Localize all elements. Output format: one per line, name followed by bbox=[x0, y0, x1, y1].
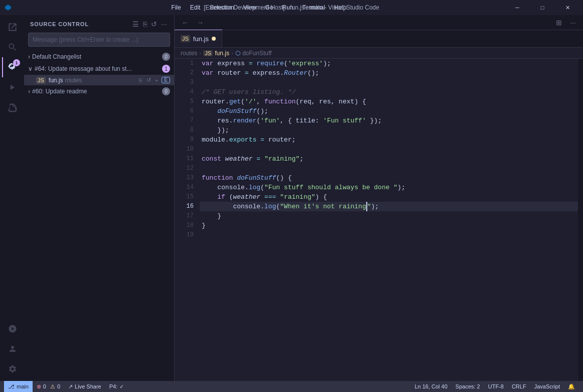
errors-warnings-status[interactable]: ⊗ 0 ⚠ 0 bbox=[33, 381, 64, 392]
file-actions: ⎘ ↺ + bbox=[137, 76, 160, 84]
sidebar-action-list[interactable]: ☰ bbox=[131, 19, 140, 29]
changelist-default-header[interactable]: › Default Changelist 0 bbox=[24, 51, 174, 63]
breadcrumb-sep-2: › bbox=[231, 50, 233, 57]
file-action-discard[interactable]: ↺ bbox=[145, 76, 153, 84]
indentation-status[interactable]: Spaces: 2 bbox=[452, 381, 484, 392]
source-control-icon[interactable]: 1 bbox=[2, 57, 22, 77]
code-line-2: var router = express.Router(); bbox=[200, 68, 578, 78]
code-line-19 bbox=[200, 230, 578, 240]
breadcrumb-js-icon: JS bbox=[203, 50, 213, 56]
minimize-button[interactable]: ─ bbox=[506, 0, 529, 15]
file-action-stage[interactable]: + bbox=[154, 77, 160, 84]
changelist-60-name: #60: Update readme bbox=[32, 88, 87, 95]
chevron-down-icon: ∨ bbox=[28, 65, 33, 72]
live-share-icon: ↗ bbox=[68, 383, 73, 390]
changelist-default: › Default Changelist 0 bbox=[24, 51, 174, 63]
statusbar-left: ⎇ main ⊗ 0 ⚠ 0 ↗ Live Share P4: ✓ bbox=[4, 381, 128, 392]
explorer-icon[interactable] bbox=[2, 17, 22, 37]
file-status-badge: E bbox=[162, 77, 170, 83]
eol-status[interactable]: CRLF bbox=[508, 381, 530, 392]
editor: 12345 678910 1112131415 16 171819 var ex… bbox=[175, 59, 583, 381]
sidebar-action-clone[interactable]: ⎘ bbox=[142, 19, 148, 29]
editor-area: ← → ⊞ ··· JS fun.js routes › JS fun.js ›… bbox=[175, 15, 583, 381]
editor-scrollbar[interactable] bbox=[578, 59, 583, 381]
sidebar-action-refresh[interactable]: ↺ bbox=[150, 19, 158, 29]
titlebar-controls: ─ □ ✕ bbox=[506, 0, 579, 15]
code-line-4: /* GET users listing. */ bbox=[200, 87, 578, 97]
cursor-position-status[interactable]: Ln 16, Col 40 bbox=[410, 381, 451, 392]
bell-icon: 🔔 bbox=[568, 383, 575, 390]
extensions-icon[interactable] bbox=[2, 97, 22, 117]
changelist-60-badge: 0 bbox=[162, 87, 170, 95]
changelist-64-header[interactable]: ∨ #64: Update message about fun st... 1 bbox=[24, 63, 174, 75]
code-line-1: var express = require('express'); bbox=[200, 59, 578, 68]
nav-back-button[interactable]: ← bbox=[179, 18, 192, 28]
breadcrumb-function[interactable]: doFunStuff bbox=[242, 50, 272, 57]
code-line-13: function doFunStuff() { bbox=[200, 173, 578, 183]
sidebar-action-more[interactable]: ··· bbox=[160, 19, 168, 29]
encoding-label: UTF-8 bbox=[488, 383, 504, 389]
eol-label: CRLF bbox=[512, 383, 526, 389]
commit-message-input[interactable]: Message (press Ctrl+Enter to create ...) bbox=[28, 33, 170, 47]
changelist-default-badge: 0 bbox=[162, 53, 170, 61]
breadcrumb: routes › JS fun.js › ⬡ doFunStuff bbox=[175, 48, 583, 59]
live-share-label: Live Share bbox=[75, 383, 101, 389]
statusbar-right: Ln 16, Col 40 Spaces: 2 UTF-8 CRLF JavaS… bbox=[410, 381, 579, 392]
chevron-right-icon-2: › bbox=[28, 88, 30, 95]
code-line-18: } bbox=[200, 221, 578, 230]
notifications-status[interactable]: 🔔 bbox=[564, 381, 579, 392]
code-line-6: doFunStuff(); bbox=[200, 106, 578, 116]
p4-label: P4: bbox=[109, 383, 118, 389]
file-item-funjs[interactable]: JS fun.js routes ⎘ ↺ + E bbox=[24, 75, 174, 85]
code-line-11: const weather = "raining"; bbox=[200, 154, 578, 164]
p4-check-icon: ✓ bbox=[119, 383, 124, 390]
menu-file[interactable]: File bbox=[167, 3, 185, 12]
code-line-9: module.exports = router; bbox=[200, 135, 578, 145]
code-line-10 bbox=[200, 145, 578, 154]
code-line-17: } bbox=[200, 211, 578, 221]
code-line-5: router.get('/', function(req, res, next)… bbox=[200, 97, 578, 106]
git-branch-status[interactable]: ⎇ main bbox=[4, 381, 33, 392]
editor-split-button[interactable]: ⊞ bbox=[553, 18, 565, 28]
main-container: 1 SOURCE CONTROL ☰ ⎘ ↺ bbox=[0, 15, 583, 381]
breadcrumb-routes[interactable]: routes bbox=[181, 50, 197, 57]
settings-icon[interactable] bbox=[2, 359, 22, 379]
code-line-7: res.render('fun', { title: 'Fun stuff' }… bbox=[200, 116, 578, 125]
chevron-right-icon: › bbox=[28, 53, 30, 60]
tab-funjs[interactable]: JS fun.js bbox=[175, 30, 222, 47]
changelist-default-left: › Default Changelist bbox=[28, 53, 81, 60]
tab-label: fun.js bbox=[193, 35, 209, 43]
close-button[interactable]: ✕ bbox=[556, 0, 579, 15]
changelist-64-left: ∨ #64: Update message about fun st... bbox=[28, 65, 131, 72]
editor-more-button[interactable]: ··· bbox=[567, 18, 579, 28]
p4-status[interactable]: P4: ✓ bbox=[105, 381, 128, 392]
nav-forward-button[interactable]: → bbox=[194, 18, 207, 28]
changelist-60-left: › #60: Update readme bbox=[28, 88, 87, 95]
run-debug-icon[interactable] bbox=[2, 77, 22, 97]
tab-modified-dot bbox=[212, 37, 216, 41]
maximize-button[interactable]: □ bbox=[531, 0, 554, 15]
error-icon: ⊗ bbox=[37, 383, 41, 390]
accounts-icon[interactable] bbox=[2, 339, 22, 359]
code-content[interactable]: var express = require('express'); var ro… bbox=[200, 59, 578, 381]
git-branch-icon: ⎇ bbox=[8, 383, 15, 390]
titlebar-title: [Extension Development Host] - fun.js - … bbox=[204, 4, 379, 11]
breadcrumb-sep-1: › bbox=[199, 50, 201, 57]
git-branch-label: main bbox=[17, 383, 29, 389]
live-share-status[interactable]: ↗ Live Share bbox=[64, 381, 105, 392]
breadcrumb-file[interactable]: fun.js bbox=[215, 50, 229, 57]
source-control-badge: 1 bbox=[13, 59, 20, 66]
code-line-14: console.log("Fun stuff should always be … bbox=[200, 183, 578, 192]
search-icon[interactable] bbox=[2, 37, 22, 57]
file-action-open-changes[interactable]: ⎘ bbox=[137, 77, 144, 84]
changelist-64: ∨ #64: Update message about fun st... 1 … bbox=[24, 63, 174, 85]
code-line-16: console.log("When it's not raining "); bbox=[200, 202, 578, 211]
changelist-60-header[interactable]: › #60: Update readme 0 bbox=[24, 85, 174, 97]
sidebar-header-actions: ☰ ⎘ ↺ ··· bbox=[131, 19, 168, 29]
remote-icon[interactable] bbox=[2, 319, 22, 339]
language-status[interactable]: JavaScript bbox=[530, 381, 564, 392]
tab-js-icon: JS bbox=[181, 35, 190, 42]
vscode-logo-icon bbox=[4, 4, 12, 12]
encoding-status[interactable]: UTF-8 bbox=[484, 381, 508, 392]
menu-edit[interactable]: Edit bbox=[186, 3, 205, 12]
